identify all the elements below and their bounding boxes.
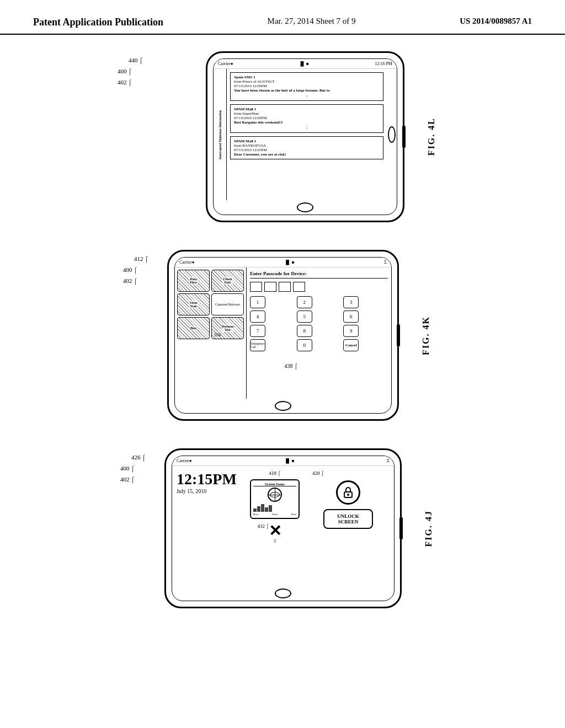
num-8[interactable]: 8	[297, 325, 312, 337]
notif-mail2-body: Dear Customer, you are at risk!	[234, 152, 380, 157]
x-icon-area: 432 ⌠ ✕ 5	[269, 523, 281, 544]
time-indicator: Σ	[387, 458, 390, 463]
num-2[interactable]: 2	[297, 296, 312, 308]
home-button-4k[interactable]	[275, 401, 291, 411]
battery-4k: ▐▌ ■	[284, 260, 294, 265]
numpad: 1 2 3 4 5 6 7 8 9 EmergencyCall 0 Cancel	[250, 296, 388, 351]
battery-4j: ▐▌ ■	[284, 458, 294, 463]
phone-4j-screen: Carrier● ▐▌ ■ Σ 12:15PM July 15, 2010 41…	[172, 456, 395, 601]
bar-3	[261, 504, 264, 512]
fig-4k-label-area: FIG. 4K	[421, 316, 431, 355]
ref-400-4l: 400 ⌠	[118, 68, 132, 74]
notif-sms1-date: 07/15/2010 12:05PM	[234, 84, 380, 88]
time-4l: 12:16 PM	[375, 61, 392, 66]
phone-4k-screen: Carrier● ▐▌ ■ Σ DataFlow Che	[174, 257, 392, 414]
num-0[interactable]: 0	[297, 339, 312, 351]
phone-4j: Carrier● ▐▌ ■ Σ 12:15PM July 15, 2010 41…	[164, 448, 402, 608]
fig-4j-row: 426 ⌠ 400 ⌠ 402 ⌠ Carrier● ▐▌ ■ Σ 12:15P…	[164, 448, 434, 608]
ref-402-4j: 402 ⌠	[120, 476, 135, 483]
unlock-area: 428 ⌠ UNLOCK SCREEN	[307, 470, 390, 582]
fig-4l-row: 440 ⌠ 400 ⌠ 402 ⌠ Carrier● ▐▌ ■ 12:16 PM…	[162, 51, 436, 222]
num-3[interactable]: 3	[343, 296, 359, 308]
system-status-widget: System Status	[250, 479, 300, 519]
main-content: 440 ⌠ 400 ⌠ 402 ⌠ Carrier● ▐▌ ■ 12:16 PM…	[0, 35, 565, 630]
fig-4j-label: FIG. 4J	[424, 510, 434, 547]
passcode-area: Enter Passcode for Device: 1 2 3	[247, 267, 391, 399]
tile-data-flow: DataFlow	[177, 270, 210, 292]
home-button-4l[interactable]	[297, 202, 313, 212]
captured-malware-label: Captured Malware	[215, 303, 240, 306]
unlock-button[interactable]: UNLOCK SCREEN	[323, 509, 373, 529]
home-oval	[388, 126, 396, 143]
patent-header: Patent Application Publication Mar. 27, …	[0, 0, 565, 35]
notif-mail1-title: SPAM Mail 1	[234, 107, 380, 111]
globe-area	[253, 488, 296, 502]
ref-104-label: 104	[214, 333, 221, 338]
passcode-box-4[interactable]	[293, 282, 305, 292]
notif-sms1-ellipsis: :	[234, 93, 380, 98]
phone-4l-screen: Carrier● ▐▌ ■ 12:16 PM Intercepted Malic…	[213, 58, 397, 215]
tile-perform-test-label: PerformTest	[221, 324, 234, 332]
tile-virus-scan-label: VirusScan	[189, 301, 198, 308]
ref-428: 428 ⌠	[312, 470, 324, 476]
bar-2	[257, 506, 260, 512]
patent-number: US 2014/0089857 A1	[460, 17, 532, 26]
cancel-btn[interactable]: Cancel	[343, 339, 359, 351]
ref-400-4j: 400 ⌠	[120, 465, 135, 472]
num-7[interactable]: 7	[250, 325, 265, 337]
phone-4l: Carrier● ▐▌ ■ 12:16 PM Intercepted Malic…	[206, 51, 404, 222]
x-icon: ✕	[269, 523, 281, 539]
notif-mail2-from: from BANKOFUSA	[234, 143, 380, 148]
emergency-call-btn[interactable]: EmergencyCall	[250, 339, 265, 351]
num-5[interactable]: 5	[297, 311, 312, 323]
bar-label-2: Virus	[271, 513, 278, 516]
time-date-area: 12:15PM July 15, 2010	[177, 470, 243, 582]
time-4k: Σ	[384, 260, 387, 265]
notif-mail1-body: Best Bargains this weekend!!!	[234, 120, 380, 125]
bar-4	[265, 507, 268, 512]
num-1[interactable]: 1	[250, 296, 265, 308]
lock-time: 12:15PM	[177, 470, 243, 488]
notif-mail1: SPAM Mail 1 from SuperMart 07/15/2010 12…	[230, 104, 383, 133]
notif-sms1-body: You have been chosen as the heir of a la…	[234, 88, 380, 93]
home-button-4j[interactable]	[275, 588, 291, 598]
ref-438: 438 ⌠	[284, 363, 297, 369]
battery-icons: ▐▌ ■	[299, 61, 309, 66]
tile-perform-test: PerformTest 104	[211, 317, 244, 339]
bar-label-3: Data	[291, 513, 296, 516]
passcode-label: Enter Passcode for Device:	[250, 271, 388, 279]
phone-4k-content: DataFlow CheckFees VirusScan Captured Ma…	[175, 267, 391, 399]
tile-check-fees: CheckFees	[211, 270, 244, 292]
ref-412: 412 ⌠	[134, 255, 148, 262]
ref-426: 426 ⌠	[131, 454, 146, 461]
malicious-label: Intercepted Malicious Information	[218, 110, 222, 159]
num-5-label: 5	[269, 539, 281, 544]
bar-labels: Bios Virus Data	[253, 513, 296, 516]
num-6[interactable]: 6	[343, 311, 359, 323]
passcode-box-1[interactable]	[250, 282, 262, 292]
num-4[interactable]: 4	[250, 311, 265, 323]
fig-4j-label-area: FIG. 4J	[424, 510, 434, 547]
notif-mail2-title: SPAM Mail 2	[234, 139, 380, 143]
fig-4l-label-area: FIG. 4L	[427, 117, 436, 156]
tile-data-flow-label: DataFlow	[189, 277, 198, 285]
tile-virus-scan: VirusScan	[177, 293, 210, 315]
status-bar-4j: Carrier● ▐▌ ■ Σ	[172, 456, 394, 466]
malicious-banner: Intercepted Malicious Information	[214, 69, 227, 200]
ref-402-4k: 402 ⌠	[123, 277, 137, 284]
fig-4k-label: FIG. 4K	[421, 316, 431, 355]
ref-402-4l: 402 ⌠	[118, 79, 132, 85]
passcode-box-2[interactable]	[264, 282, 276, 292]
status-bars-area	[253, 503, 296, 512]
carrier-4k: Carrier●	[179, 260, 194, 265]
notifications-area: Spam SMS 1 from Prince of AUSTSUT 07/15/…	[227, 69, 387, 200]
notif-mail2-date: 07/15/2010 12:01PM	[234, 148, 380, 152]
system-status-title: System Status	[253, 483, 296, 486]
notif-mail1-from: from SuperMart	[234, 111, 380, 116]
passcode-entry	[250, 282, 388, 292]
bar-1	[253, 508, 257, 512]
home-area	[387, 69, 397, 200]
num-9[interactable]: 9	[343, 325, 359, 337]
ref-440: 440 ⌠	[129, 57, 143, 63]
passcode-box-3[interactable]	[279, 282, 291, 292]
